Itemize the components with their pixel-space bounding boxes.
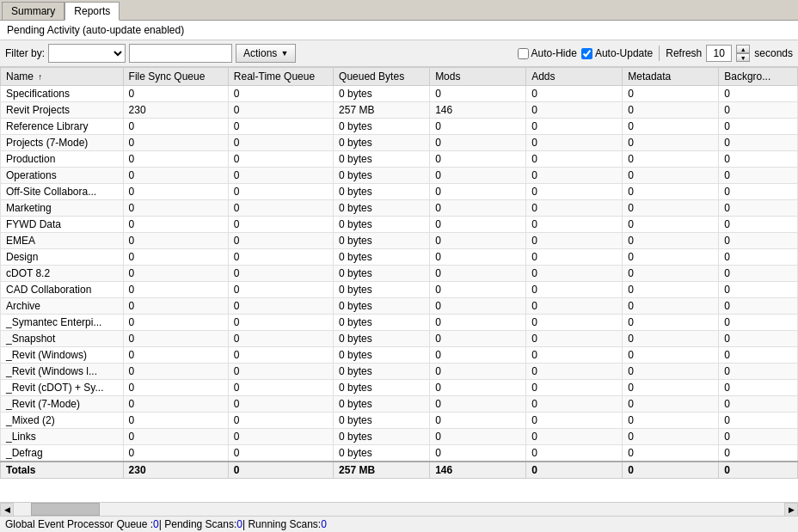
- running-value-link[interactable]: 0: [321, 518, 327, 530]
- pending-value-link[interactable]: 0: [236, 518, 242, 530]
- spin-down-button[interactable]: ▼: [736, 53, 750, 62]
- cell-real_time_queue: 0: [228, 119, 333, 135]
- scroll-right-btn[interactable]: ▶: [784, 503, 798, 517]
- cell-adds: 0: [526, 119, 623, 135]
- table-row[interactable]: _Revit (7-Mode)000 bytes0000: [1, 396, 798, 413]
- cell-adds: 0: [526, 266, 623, 282]
- table-row[interactable]: _Revit (cDOT) + Sy...000 bytes0000: [1, 380, 798, 396]
- cell-real_time_queue: 0: [228, 364, 333, 380]
- table-row[interactable]: Design000 bytes0000: [1, 249, 798, 266]
- cell-queued_bytes: 0 bytes: [334, 364, 430, 380]
- table-row[interactable]: Archive000 bytes0000: [1, 298, 798, 315]
- table-row[interactable]: EMEA000 bytes0000: [1, 233, 798, 249]
- refresh-input[interactable]: [706, 45, 732, 62]
- cell-mods: 0: [430, 119, 526, 135]
- table-row[interactable]: Marketing000 bytes0000: [1, 200, 798, 217]
- cell-name: _Revit (cDOT) + Sy...: [1, 380, 124, 396]
- cell-real_time_queue: 0: [228, 413, 333, 429]
- cell-real_time_queue: 0: [228, 184, 333, 200]
- table-row[interactable]: CAD Collaboration000 bytes0000: [1, 282, 798, 298]
- queue-value-link[interactable]: 0: [153, 518, 159, 530]
- col-header-name[interactable]: Name ↑: [1, 68, 124, 86]
- table-row[interactable]: Projects (7-Mode)000 bytes0000: [1, 135, 798, 151]
- cell-metadata: 0: [623, 298, 719, 315]
- table-row[interactable]: Revit Projects2300257 MB146000: [1, 102, 798, 119]
- spin-up-button[interactable]: ▲: [736, 45, 750, 53]
- cell-name: Production: [1, 151, 124, 168]
- cell-background: 0: [719, 184, 798, 200]
- col-header-metadata[interactable]: Metadata: [623, 68, 719, 86]
- col-header-adds[interactable]: Adds: [526, 68, 623, 86]
- tab-reports[interactable]: Reports: [64, 2, 120, 21]
- cell-file_sync_queue: 0: [123, 168, 228, 184]
- table-row[interactable]: Specifications000 bytes0000: [1, 86, 798, 102]
- auto-hide-group[interactable]: Auto-Hide: [518, 47, 577, 59]
- cell-metadata: 0: [623, 119, 719, 135]
- cell-file_sync_queue: 0: [123, 282, 228, 298]
- cell-queued_bytes: 0 bytes: [334, 184, 430, 200]
- cell-file_sync_queue: 0: [123, 347, 228, 364]
- cell-background: 0: [719, 217, 798, 233]
- cell-background: 0: [719, 102, 798, 119]
- table-row[interactable]: _Snapshot000 bytes0000: [1, 331, 798, 347]
- cell-file_sync_queue: 0: [123, 331, 228, 347]
- cell-queued_bytes: 0 bytes: [334, 135, 430, 151]
- cell-metadata: 0: [623, 396, 719, 413]
- actions-button[interactable]: Actions ▼: [236, 44, 296, 63]
- cell-queued_bytes: 0 bytes: [334, 119, 430, 135]
- table-container[interactable]: Name ↑ File Sync Queue Real-Time Queue Q…: [0, 67, 798, 502]
- col-header-realtime[interactable]: Real-Time Queue: [228, 68, 333, 86]
- table-row[interactable]: _Revit (Windows l...000 bytes0000: [1, 364, 798, 380]
- tab-summary[interactable]: Summary: [2, 2, 64, 20]
- cell-mods: 0: [430, 266, 526, 282]
- cell-adds: 0: [526, 168, 623, 184]
- auto-update-group[interactable]: Auto-Update: [581, 47, 653, 59]
- cell-name: Off-Site Collabora...: [1, 184, 124, 200]
- seconds-label: seconds: [754, 47, 793, 59]
- filter-input[interactable]: [129, 44, 232, 63]
- table-row[interactable]: Reference Library000 bytes0000: [1, 119, 798, 135]
- cell-mods: 0: [430, 86, 526, 102]
- activity-table: Name ↑ File Sync Queue Real-Time Queue Q…: [0, 67, 798, 479]
- cell-real_time_queue: 0: [228, 445, 333, 462]
- cell-queued_bytes: 0 bytes: [334, 445, 430, 462]
- cell-adds: 0: [526, 249, 623, 266]
- cell-adds: 0: [526, 151, 623, 168]
- table-row[interactable]: cDOT 8.2000 bytes0000: [1, 266, 798, 282]
- scrollbar-h-area[interactable]: ◀ ▶: [0, 502, 798, 516]
- cell-queued_bytes: 0 bytes: [334, 200, 430, 217]
- table-row[interactable]: Off-Site Collabora...000 bytes0000: [1, 184, 798, 200]
- cell-queued_bytes: 0 bytes: [334, 282, 430, 298]
- table-row[interactable]: _Mixed (2)000 bytes0000: [1, 413, 798, 429]
- cell-queued_bytes: 0 bytes: [334, 217, 430, 233]
- col-header-file-sync[interactable]: File Sync Queue: [123, 68, 228, 86]
- auto-hide-checkbox[interactable]: [518, 48, 529, 59]
- table-row[interactable]: _Links000 bytes0000: [1, 429, 798, 445]
- cell-real_time_queue: 0: [228, 429, 333, 445]
- cell-file_sync_queue: 0: [123, 315, 228, 331]
- auto-update-checkbox[interactable]: [581, 48, 592, 59]
- filter-select[interactable]: [48, 44, 126, 63]
- table-row[interactable]: _Revit (Windows)000 bytes0000: [1, 347, 798, 364]
- scroll-thumb[interactable]: [31, 503, 100, 516]
- table-row[interactable]: _Defrag000 bytes0000: [1, 445, 798, 462]
- table-row[interactable]: Production000 bytes0000: [1, 151, 798, 168]
- cell-name: Archive: [1, 298, 124, 315]
- scroll-track[interactable]: [14, 503, 784, 516]
- cell-mods: 0: [430, 380, 526, 396]
- cell-name: Projects (7-Mode): [1, 135, 124, 151]
- scroll-left-btn[interactable]: ◀: [0, 503, 14, 517]
- cell-background: 0: [719, 135, 798, 151]
- table-row[interactable]: FYWD Data000 bytes0000: [1, 217, 798, 233]
- cell-metadata: 0: [623, 347, 719, 364]
- col-header-queued-bytes[interactable]: Queued Bytes: [334, 68, 430, 86]
- cell-real_time_queue: 0: [228, 249, 333, 266]
- col-header-mods[interactable]: Mods: [430, 68, 526, 86]
- cell-name: CAD Collaboration: [1, 282, 124, 298]
- cell-background: 0: [719, 282, 798, 298]
- table-row[interactable]: _Symantec Enterpi...000 bytes0000: [1, 315, 798, 331]
- cell-metadata: 0: [623, 249, 719, 266]
- col-header-background[interactable]: Backgro...: [719, 68, 798, 86]
- totals-cell-real_time_queue: 0: [228, 462, 333, 479]
- table-row[interactable]: Operations000 bytes0000: [1, 168, 798, 184]
